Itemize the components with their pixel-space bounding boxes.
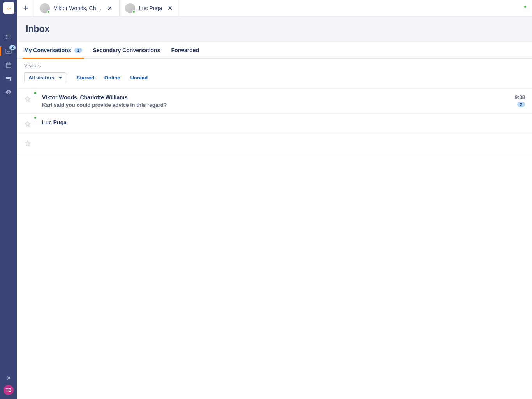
svg-point-4 [6,37,7,37]
conversation-snippet: Karl said you could provide advice in th… [42,102,509,108]
star-toggle[interactable] [24,140,31,147]
account-menu[interactable] [527,0,532,16]
conversation-row[interactable]: Luc Puga [17,114,532,133]
filter-online[interactable]: Online [104,75,120,81]
close-icon[interactable]: ✕ [106,4,114,13]
tab-label: Luc Puga [139,5,162,11]
svg-marker-16 [25,141,30,146]
tab-my-conversations[interactable]: My Conversations 2 [24,42,82,58]
filters-section-label: Visitors [24,63,525,69]
conversation-tab-0[interactable]: Viktor Woods, Charl… ✕ [34,0,120,16]
presence-online-icon [33,91,37,95]
chevrons-right-icon [6,375,11,381]
star-toggle[interactable] [24,95,31,102]
tab-label: Viktor Woods, Charl… [54,5,102,11]
new-tab-button[interactable]: + [17,0,34,16]
subtab-label: Secondary Conversations [93,47,160,53]
left-rail: 2 TB [0,0,17,399]
conversation-row[interactable]: Viktor Woods, Charlotte Williams Karl sa… [17,89,532,114]
smile-icon [5,5,12,11]
conversation-tab-1[interactable]: Luc Puga ✕ [119,0,180,16]
page-title: Inbox [26,24,523,34]
broadcast-icon [5,90,12,97]
conversation-title: Luc Puga [42,119,525,125]
star-toggle[interactable] [24,120,31,127]
svg-rect-7 [6,63,11,67]
subtab-label: My Conversations [24,47,71,53]
page-header: Inbox [17,17,532,42]
unread-count-badge: 2 [517,102,525,107]
nav-broadcast[interactable] [0,86,17,100]
nav-calendar[interactable] [0,58,17,72]
nav-archive[interactable] [0,72,17,86]
tab-forwarded[interactable]: Forwarded [171,42,199,58]
tabbar-spacer [180,0,527,16]
calendar-icon [5,62,12,69]
rail-expand-button[interactable] [0,371,17,385]
my-conversations-badge: 2 [74,48,82,53]
svg-point-3 [6,35,7,36]
avatar [125,3,135,13]
nav-feed[interactable] [0,30,17,44]
app-logo[interactable] [3,2,14,14]
inbox-subtabs: My Conversations 2 Secondary Conversatio… [17,42,532,59]
conversation-meta: 9:38 2 [515,94,525,107]
svg-rect-12 [7,79,11,81]
dropdown-value: All visitors [28,75,54,81]
filters-bar: Visitors All visitors Starred Online Unr… [17,59,532,89]
svg-point-5 [6,39,7,39]
current-user-avatar[interactable]: TB [4,385,14,395]
tab-secondary-conversations[interactable]: Secondary Conversations [93,42,160,58]
conversation-tabs-bar: + Viktor Woods, Charl… ✕ Luc Puga ✕ [17,0,532,17]
presence-online-icon [132,10,136,14]
archive-icon [5,76,12,83]
conversation-body: Luc Puga [42,119,525,125]
caret-down-icon [59,77,62,79]
presence-online-icon [33,116,37,120]
subtab-label: Forwarded [171,47,199,53]
visitor-filter-dropdown[interactable]: All visitors [24,72,66,83]
filter-starred[interactable]: Starred [76,75,94,81]
presence-online-icon [47,10,50,14]
close-icon[interactable]: ✕ [166,4,174,13]
star-outline-icon [24,120,31,127]
svg-marker-15 [25,121,30,126]
filter-unread[interactable]: Unread [130,75,148,81]
list-icon [5,34,12,41]
conversation-body: Viktor Woods, Charlotte Williams Karl sa… [42,94,509,108]
svg-marker-14 [25,96,30,101]
star-outline-icon [24,95,31,102]
conversation-title: Viktor Woods, Charlotte Williams [42,94,509,101]
conversation-time: 9:38 [515,94,525,100]
main-area: + Viktor Woods, Charl… ✕ Luc Puga ✕ [17,0,532,399]
inbox-badge: 2 [9,45,16,50]
star-outline-icon [24,140,31,147]
svg-point-13 [8,92,10,94]
conversation-row-empty [17,133,532,154]
avatar [40,3,50,13]
nav-inbox[interactable]: 2 [0,44,17,58]
filters-row: All visitors Starred Online Unread [24,72,525,83]
conversation-list: Viktor Woods, Charlotte Williams Karl sa… [17,89,532,154]
presence-online-icon [523,5,527,9]
